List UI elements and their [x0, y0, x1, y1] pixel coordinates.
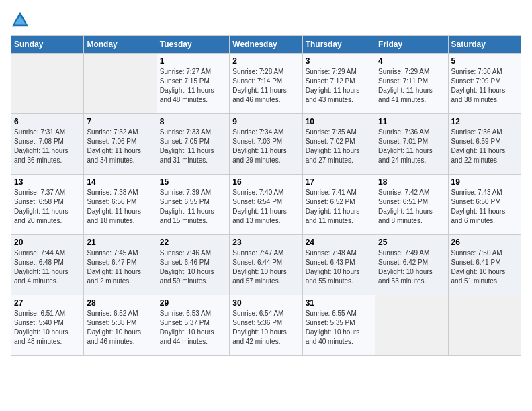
- day-cell: 17Sunrise: 7:41 AM Sunset: 6:52 PM Dayli…: [302, 175, 375, 235]
- day-number: 9: [232, 117, 299, 126]
- logo: [11, 11, 32, 30]
- day-info: Sunrise: 7:28 AM Sunset: 7:14 PM Dayligh…: [232, 67, 299, 105]
- day-cell: 30Sunrise: 6:54 AM Sunset: 5:36 PM Dayli…: [230, 295, 302, 356]
- day-number: 17: [306, 177, 372, 187]
- day-info: Sunrise: 7:29 AM Sunset: 7:12 PM Dayligh…: [306, 67, 372, 105]
- day-cell: 6Sunrise: 7:31 AM Sunset: 7:08 PM Daylig…: [11, 114, 84, 175]
- day-cell: [84, 54, 157, 114]
- day-cell: 7Sunrise: 7:32 AM Sunset: 7:06 PM Daylig…: [84, 114, 157, 175]
- week-row-0: 1Sunrise: 7:27 AM Sunset: 7:15 PM Daylig…: [11, 54, 521, 114]
- day-cell: 5Sunrise: 7:30 AM Sunset: 7:09 PM Daylig…: [448, 54, 521, 114]
- day-cell: 3Sunrise: 7:29 AM Sunset: 7:12 PM Daylig…: [302, 54, 375, 114]
- day-info: Sunrise: 7:31 AM Sunset: 7:08 PM Dayligh…: [14, 128, 81, 165]
- day-number: 21: [87, 238, 153, 247]
- day-cell: 20Sunrise: 7:44 AM Sunset: 6:48 PM Dayli…: [11, 235, 84, 295]
- day-info: Sunrise: 7:50 AM Sunset: 6:41 PM Dayligh…: [451, 248, 518, 286]
- day-info: Sunrise: 7:42 AM Sunset: 6:51 PM Dayligh…: [378, 188, 445, 226]
- day-number: 23: [232, 238, 299, 247]
- week-row-1: 6Sunrise: 7:31 AM Sunset: 7:08 PM Daylig…: [11, 114, 521, 175]
- day-cell: 19Sunrise: 7:43 AM Sunset: 6:50 PM Dayli…: [448, 175, 521, 235]
- day-cell: 25Sunrise: 7:49 AM Sunset: 6:42 PM Dayli…: [375, 235, 448, 295]
- day-cell: [448, 295, 521, 356]
- week-row-2: 13Sunrise: 7:37 AM Sunset: 6:58 PM Dayli…: [11, 175, 521, 235]
- day-cell: 29Sunrise: 6:53 AM Sunset: 5:37 PM Dayli…: [157, 295, 229, 356]
- day-cell: 13Sunrise: 7:37 AM Sunset: 6:58 PM Dayli…: [11, 175, 84, 235]
- day-cell: 10Sunrise: 7:35 AM Sunset: 7:02 PM Dayli…: [302, 114, 375, 175]
- day-cell: 23Sunrise: 7:47 AM Sunset: 6:44 PM Dayli…: [230, 235, 302, 295]
- day-number: 26: [451, 238, 518, 247]
- header-row: SundayMondayTuesdayWednesdayThursdayFrid…: [11, 36, 521, 54]
- day-cell: 31Sunrise: 6:55 AM Sunset: 5:35 PM Dayli…: [302, 295, 375, 356]
- day-number: 16: [232, 177, 299, 187]
- day-info: Sunrise: 6:55 AM Sunset: 5:35 PM Dayligh…: [306, 309, 372, 347]
- day-cell: 2Sunrise: 7:28 AM Sunset: 7:14 PM Daylig…: [230, 54, 302, 114]
- day-number: 13: [14, 177, 81, 187]
- day-info: Sunrise: 7:45 AM Sunset: 6:47 PM Dayligh…: [87, 248, 153, 286]
- day-number: 12: [451, 117, 518, 126]
- day-info: Sunrise: 7:34 AM Sunset: 7:03 PM Dayligh…: [232, 128, 299, 165]
- day-cell: 8Sunrise: 7:33 AM Sunset: 7:05 PM Daylig…: [157, 114, 229, 175]
- day-number: 4: [378, 56, 445, 66]
- page-header: [11, 11, 521, 30]
- day-info: Sunrise: 7:29 AM Sunset: 7:11 PM Dayligh…: [378, 67, 445, 105]
- week-row-3: 20Sunrise: 7:44 AM Sunset: 6:48 PM Dayli…: [11, 235, 521, 295]
- day-info: Sunrise: 7:49 AM Sunset: 6:42 PM Dayligh…: [378, 248, 445, 286]
- day-number: 24: [306, 238, 372, 247]
- day-number: 14: [87, 177, 153, 187]
- calendar-header: SundayMondayTuesdayWednesdayThursdayFrid…: [11, 36, 521, 54]
- day-number: 5: [451, 56, 518, 66]
- header-cell-monday: Monday: [84, 36, 157, 54]
- header-cell-wednesday: Wednesday: [230, 36, 302, 54]
- day-number: 27: [14, 298, 81, 308]
- day-cell: 11Sunrise: 7:36 AM Sunset: 7:01 PM Dayli…: [375, 114, 448, 175]
- day-cell: 14Sunrise: 7:38 AM Sunset: 6:56 PM Dayli…: [84, 175, 157, 235]
- day-number: 19: [451, 177, 518, 187]
- day-info: Sunrise: 7:27 AM Sunset: 7:15 PM Dayligh…: [160, 67, 226, 105]
- calendar-body: 1Sunrise: 7:27 AM Sunset: 7:15 PM Daylig…: [11, 54, 521, 356]
- day-cell: 28Sunrise: 6:52 AM Sunset: 5:38 PM Dayli…: [84, 295, 157, 356]
- day-info: Sunrise: 7:41 AM Sunset: 6:52 PM Dayligh…: [306, 188, 372, 226]
- day-number: 11: [378, 117, 445, 126]
- day-info: Sunrise: 7:36 AM Sunset: 6:59 PM Dayligh…: [451, 128, 518, 165]
- day-info: Sunrise: 7:47 AM Sunset: 6:44 PM Dayligh…: [232, 248, 299, 286]
- day-info: Sunrise: 7:36 AM Sunset: 7:01 PM Dayligh…: [378, 128, 445, 165]
- day-cell: 12Sunrise: 7:36 AM Sunset: 6:59 PM Dayli…: [448, 114, 521, 175]
- day-info: Sunrise: 7:43 AM Sunset: 6:50 PM Dayligh…: [451, 188, 518, 226]
- day-info: Sunrise: 7:46 AM Sunset: 6:46 PM Dayligh…: [160, 248, 226, 286]
- day-number: 8: [160, 117, 226, 126]
- day-cell: 24Sunrise: 7:48 AM Sunset: 6:43 PM Dayli…: [302, 235, 375, 295]
- day-cell: 15Sunrise: 7:39 AM Sunset: 6:55 PM Dayli…: [157, 175, 229, 235]
- day-number: 31: [306, 298, 372, 308]
- day-cell: 22Sunrise: 7:46 AM Sunset: 6:46 PM Dayli…: [157, 235, 229, 295]
- day-number: 7: [87, 117, 153, 126]
- day-cell: 21Sunrise: 7:45 AM Sunset: 6:47 PM Dayli…: [84, 235, 157, 295]
- day-info: Sunrise: 7:48 AM Sunset: 6:43 PM Dayligh…: [306, 248, 372, 286]
- day-number: 10: [306, 117, 372, 126]
- day-info: Sunrise: 6:54 AM Sunset: 5:36 PM Dayligh…: [232, 309, 299, 347]
- day-info: Sunrise: 7:35 AM Sunset: 7:02 PM Dayligh…: [306, 128, 372, 165]
- header-cell-tuesday: Tuesday: [157, 36, 229, 54]
- day-info: Sunrise: 7:37 AM Sunset: 6:58 PM Dayligh…: [14, 188, 81, 226]
- day-cell: [375, 295, 448, 356]
- day-number: 3: [306, 56, 372, 66]
- day-info: Sunrise: 7:39 AM Sunset: 6:55 PM Dayligh…: [160, 188, 226, 226]
- day-info: Sunrise: 6:52 AM Sunset: 5:38 PM Dayligh…: [87, 309, 153, 347]
- day-cell: 16Sunrise: 7:40 AM Sunset: 6:54 PM Dayli…: [230, 175, 302, 235]
- week-row-4: 27Sunrise: 6:51 AM Sunset: 5:40 PM Dayli…: [11, 295, 521, 356]
- day-cell: 9Sunrise: 7:34 AM Sunset: 7:03 PM Daylig…: [230, 114, 302, 175]
- day-info: Sunrise: 6:51 AM Sunset: 5:40 PM Dayligh…: [14, 309, 81, 347]
- day-cell: [11, 54, 84, 114]
- day-info: Sunrise: 7:38 AM Sunset: 6:56 PM Dayligh…: [87, 188, 153, 226]
- header-cell-sunday: Sunday: [11, 36, 84, 54]
- day-number: 29: [160, 298, 226, 308]
- header-cell-friday: Friday: [375, 36, 448, 54]
- day-number: 25: [378, 238, 445, 247]
- header-cell-thursday: Thursday: [302, 36, 375, 54]
- day-number: 20: [14, 238, 81, 247]
- day-info: Sunrise: 7:40 AM Sunset: 6:54 PM Dayligh…: [232, 188, 299, 226]
- day-cell: 1Sunrise: 7:27 AM Sunset: 7:15 PM Daylig…: [157, 54, 229, 114]
- day-info: Sunrise: 7:30 AM Sunset: 7:09 PM Dayligh…: [451, 67, 518, 105]
- day-info: Sunrise: 7:33 AM Sunset: 7:05 PM Dayligh…: [160, 128, 226, 165]
- day-number: 15: [160, 177, 226, 187]
- day-number: 30: [232, 298, 299, 308]
